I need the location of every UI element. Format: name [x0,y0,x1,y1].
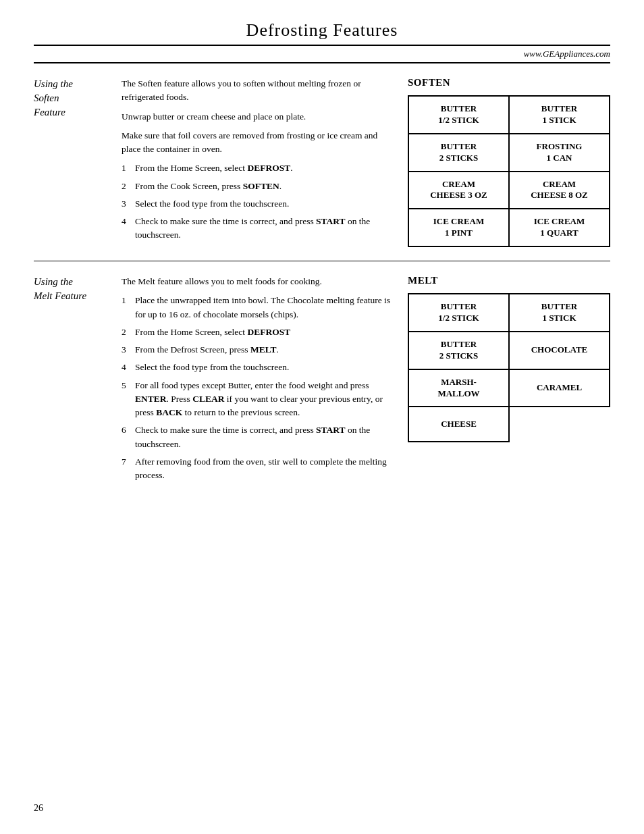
soften-step-2: 2 From the Cook Screen, press SOFTEN. [122,180,394,193]
melt-step-6: 6 Check to make sure the time is correct… [122,423,394,451]
page-number: 26 [34,803,43,814]
header-rule [34,45,610,46]
melt-para-1: The Melt feature allows you to melt food… [122,275,394,288]
soften-panel-title: SOFTEN [408,77,610,88]
soften-step-4: 4 Check to make sure the time is correct… [122,215,394,242]
soften-text: The Soften feature allows you to soften … [122,77,408,247]
soften-step-1: 1 From the Home Screen, select DEFROST. [122,161,394,175]
melt-btn-caramel[interactable]: CARAMEL [510,370,610,408]
soften-button-grid: BUTTER1/2 STICK BUTTER1 STICK BUTTER2 ST… [408,95,610,247]
soften-btn-butter-half[interactable]: BUTTER1/2 STICK [409,97,510,134]
melt-button-grid: BUTTER1/2 STICK BUTTER1 STICK BUTTER2 ST… [408,293,610,442]
melt-btn-butter-1stick[interactable]: BUTTER1 STICK [510,294,610,332]
melt-step-2: 2 From the Home Screen, select DEFROST [122,325,394,339]
melt-panel-title: MELT [408,275,610,286]
melt-step-5: 5 For all food types except Butter, ente… [122,379,394,420]
melt-panel: MELT BUTTER1/2 STICK BUTTER1 STICK BUTTE… [408,275,610,486]
melt-step-7: 7 After removing food from the oven, sti… [122,455,394,483]
soften-btn-butter-2sticks[interactable]: BUTTER2 STICKS [409,134,510,172]
melt-text: The Melt feature allows you to melt food… [122,275,408,486]
melt-steps: 1 Place the unwrapped item into bowl. Th… [122,294,394,482]
melt-label: Using the Melt Feature [34,275,122,486]
melt-step-3: 3 From the Defrost Screen, press MELT. [122,343,394,357]
soften-btn-ice-cream-pint[interactable]: ICE CREAM1 PINT [409,209,510,247]
melt-step-1: 1 Place the unwrapped item into bowl. Th… [122,294,394,321]
page-title: Defrosting Features [34,20,610,41]
website: www.GEAppliances.com [34,49,610,59]
soften-btn-frosting[interactable]: FROSTING1 CAN [510,134,610,172]
melt-step-4: 4 Select the food type from the touchscr… [122,361,394,374]
soften-btn-cream-cheese-3oz[interactable]: CREAMCHEESE 3 OZ [409,172,510,210]
soften-btn-butter-1stick[interactable]: BUTTER1 STICK [510,97,610,134]
soften-step-3: 3 Select the food type from the touchscr… [122,197,394,211]
melt-section: Using the Melt Feature The Melt feature … [34,261,610,500]
page-header: Defrosting Features [34,20,610,46]
soften-para-3: Make sure that foil covers are removed f… [122,129,394,157]
melt-btn-marshmallow[interactable]: MARSH-MALLOW [409,370,510,408]
soften-steps: 1 From the Home Screen, select DEFROST. … [122,161,394,242]
soften-btn-cream-cheese-8oz[interactable]: CREAMCHEESE 8 OZ [510,172,610,210]
soften-panel: SOFTEN BUTTER1/2 STICK BUTTER1 STICK BUT… [408,77,610,247]
soften-btn-ice-cream-quart[interactable]: ICE CREAM1 QUART [510,209,610,247]
soften-section: Using the Soften Feature The Soften feat… [34,63,610,261]
soften-label: Using the Soften Feature [34,77,122,247]
melt-btn-cheese[interactable]: CHEESE [409,407,510,442]
soften-para-2: Unwrap butter or cream cheese and place … [122,110,394,124]
melt-btn-chocolate[interactable]: CHOCOLATE [510,332,610,370]
melt-btn-butter-2sticks[interactable]: BUTTER2 STICKS [409,332,510,370]
soften-para-1: The Soften feature allows you to soften … [122,77,394,105]
melt-btn-butter-half[interactable]: BUTTER1/2 STICK [409,294,510,332]
